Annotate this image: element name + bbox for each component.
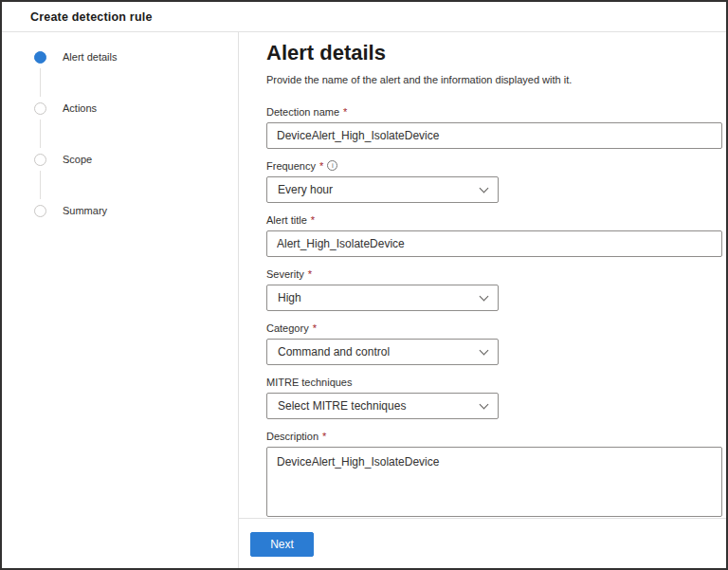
info-icon[interactable]: i [327,160,337,171]
step-indicator-dot [34,154,46,166]
step-label: Scope [63,154,92,165]
category-label: Category * [266,322,722,334]
create-detection-rule-dialog: Create detection rule Alert details Acti… [2,2,726,568]
wizard-step-scope[interactable]: Scope [34,153,238,166]
page-subtitle: Provide the name of the alert and the in… [266,74,722,86]
chevron-down-icon [480,400,489,410]
severity-dropdown[interactable]: High [266,285,499,311]
category-selected-value: Command and control [278,345,390,359]
required-asterisk: * [308,268,312,280]
mitre-techniques-label: MITRE techniques [266,376,722,388]
detection-name-input[interactable] [266,122,722,149]
required-asterisk: * [319,160,323,172]
mitre-techniques-dropdown[interactable]: Select MITRE techniques [266,393,499,419]
detection-name-label: Detection name * [266,105,722,118]
frequency-dropdown[interactable]: Every hour [266,176,499,203]
description-field: Description * DeviceAlert_High_IsolateDe… [266,430,722,517]
alert-details-form: Detection name * Frequency * i Every hou… [266,105,722,517]
page-title: Alert details [266,41,722,64]
step-indicator-dot [34,205,46,217]
chevron-down-icon [480,184,489,193]
chevron-down-icon [480,346,489,356]
wizard-step-summary[interactable]: Summary [34,204,238,217]
dialog-titlebar: Create detection rule [2,2,726,32]
alert-title-field: Alert title * [266,213,722,257]
step-indicator-dot [34,51,46,64]
category-field: Category * Command and control [266,322,722,365]
alert-details-page: Alert details Provide the name of the al… [239,32,726,518]
description-textarea[interactable]: DeviceAlert_High_IsolateDevice [266,447,722,517]
wizard-step-alert-details[interactable]: Alert details [34,50,238,64]
step-label: Actions [63,102,97,114]
wizard-step-actions[interactable]: Actions [34,101,238,115]
chevron-down-icon [480,292,489,302]
next-button[interactable]: Next [250,532,314,557]
wizard-nav: Alert details Actions Scope Summary [2,32,239,568]
alert-title-label: Alert title * [266,213,722,226]
required-asterisk: * [343,106,347,118]
frequency-selected-value: Every hour [278,183,333,196]
required-asterisk: * [313,322,317,334]
severity-field: Severity * High [266,267,722,311]
mitre-techniques-selected-value: Select MITRE techniques [278,399,406,413]
step-indicator-dot [34,102,46,115]
category-dropdown[interactable]: Command and control [266,339,499,365]
step-label: Alert details [63,51,117,63]
step-label: Summary [63,205,107,216]
severity-label: Severity * [266,267,722,280]
required-asterisk: * [322,431,326,442]
description-label: Description * [266,430,722,442]
severity-selected-value: High [278,291,301,304]
frequency-field: Frequency * i Every hour [266,159,722,203]
main-panel: Alert details Provide the name of the al… [239,32,726,568]
dialog-title: Create detection rule [30,10,153,24]
required-asterisk: * [311,214,315,226]
detection-name-field: Detection name * [266,105,722,149]
wizard-footer: Next [239,518,726,568]
alert-title-input[interactable] [266,230,722,257]
frequency-label: Frequency * i [266,159,722,172]
dialog-content: Alert details Actions Scope Summary Aler… [2,32,726,568]
mitre-techniques-field: MITRE techniques Select MITRE techniques [266,376,722,419]
